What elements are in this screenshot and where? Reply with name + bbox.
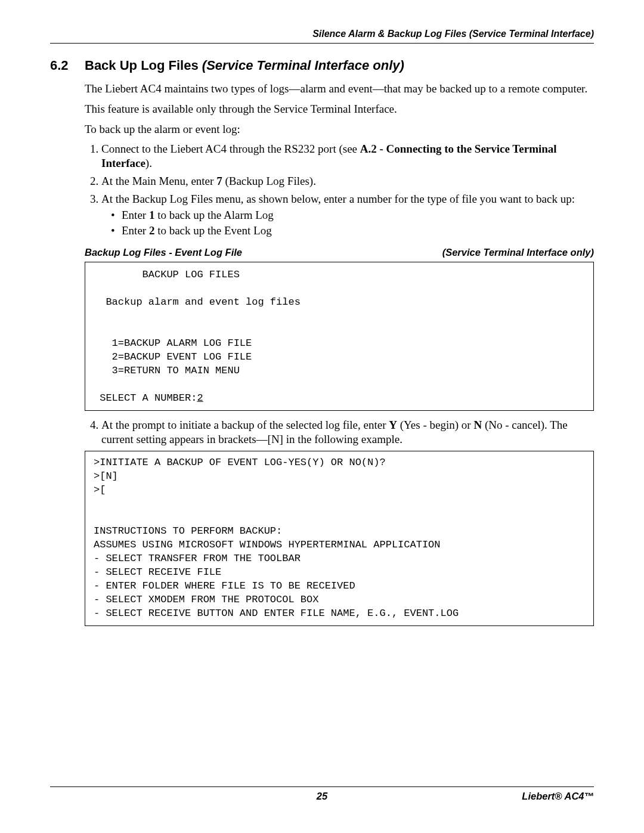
terminal-line: Backup alarm and event log files bbox=[94, 296, 301, 308]
ordered-steps: Connect to the Liebert AC4 through the R… bbox=[85, 142, 594, 238]
terminal-line: 2=BACKUP EVENT LOG FILE bbox=[94, 351, 252, 363]
terminal-line: - SELECT RECEIVE BUTTON AND ENTER FILE N… bbox=[94, 608, 459, 619]
caption-left: Backup Log Files - Event Log File bbox=[85, 246, 242, 259]
bullet-list: Enter 1 to back up the Alarm Log Enter 2… bbox=[101, 208, 594, 238]
section-number: 6.2 bbox=[50, 58, 85, 73]
bold-text: 1 bbox=[149, 209, 155, 221]
figure-caption: Backup Log Files - Event Log File (Servi… bbox=[85, 246, 594, 259]
bold-text: 2 bbox=[149, 224, 155, 237]
bold-text: 7 bbox=[216, 175, 222, 187]
terminal-output: BACKUP LOG FILES Backup alarm and event … bbox=[85, 262, 594, 410]
paragraph: This feature is available only through t… bbox=[85, 102, 594, 116]
list-item: Connect to the Liebert AC4 through the R… bbox=[101, 142, 594, 171]
terminal-line: - SELECT XMODEM FROM THE PROTOCOL BOX bbox=[94, 594, 318, 605]
text: At the Backup Log Files menu, as shown b… bbox=[101, 193, 575, 205]
text: ). bbox=[145, 157, 152, 169]
list-item: At the Backup Log Files menu, as shown b… bbox=[101, 192, 594, 238]
terminal-line: BACKUP LOG FILES bbox=[94, 269, 240, 280]
section-title-italic: (Service Terminal Interface only) bbox=[202, 58, 404, 73]
terminal-line: >INITIATE A BACKUP OF EVENT LOG-YES(Y) O… bbox=[94, 457, 386, 468]
bold-text: Y bbox=[389, 419, 397, 431]
paragraph: The Liebert AC4 maintains two types of l… bbox=[85, 82, 594, 96]
footer-rule bbox=[50, 786, 594, 787]
terminal-input-value: 2 bbox=[197, 392, 203, 404]
terminal-output: >INITIATE A BACKUP OF EVENT LOG-YES(Y) O… bbox=[85, 451, 594, 625]
list-item: At the prompt to initiate a backup of th… bbox=[101, 418, 594, 447]
text: (Yes - begin) or bbox=[397, 419, 473, 431]
text: to back up the Event Log bbox=[154, 224, 271, 237]
paragraph: To back up the alarm or event log: bbox=[85, 122, 594, 137]
text: Connect to the Liebert AC4 through the R… bbox=[101, 143, 360, 155]
caption-right: (Service Terminal Interface only) bbox=[442, 246, 594, 259]
terminal-line: >[N] bbox=[94, 470, 118, 482]
text: At the Main Menu, enter bbox=[101, 175, 216, 187]
text: Enter bbox=[122, 209, 149, 221]
terminal-line: SELECT A NUMBER: bbox=[94, 392, 197, 404]
bold-text: N bbox=[473, 419, 482, 431]
text: At the prompt to initiate a backup of th… bbox=[101, 419, 389, 431]
page-footer: 25 Liebert® AC4™ bbox=[50, 786, 594, 802]
terminal-line: 3=RETURN TO MAIN MENU bbox=[94, 365, 240, 376]
terminal-line: - SELECT TRANSFER FROM THE TOOLBAR bbox=[94, 553, 301, 564]
list-item: Enter 1 to back up the Alarm Log bbox=[122, 208, 594, 222]
footer-product: Liebert® AC4™ bbox=[522, 791, 594, 802]
terminal-line: ASSUMES USING MICROSOFT WINDOWS HYPERTER… bbox=[94, 539, 441, 550]
list-item: At the Main Menu, enter 7 (Backup Log Fi… bbox=[101, 174, 594, 188]
section-heading: 6.2 Back Up Log Files (Service Terminal … bbox=[50, 58, 594, 73]
terminal-line: 1=BACKUP ALARM LOG FILE bbox=[94, 337, 252, 349]
section-title: Back Up Log Files (Service Terminal Inte… bbox=[85, 58, 404, 73]
ordered-steps-cont: At the prompt to initiate a backup of th… bbox=[85, 418, 594, 447]
section-title-plain: Back Up Log Files bbox=[85, 58, 202, 73]
terminal-line: - ENTER FOLDER WHERE FILE IS TO BE RECEI… bbox=[94, 580, 355, 592]
text: (Backup Log Files). bbox=[222, 175, 316, 187]
list-item: Enter 2 to back up the Event Log bbox=[122, 224, 594, 238]
terminal-line: INSTRUCTIONS TO PERFORM BACKUP: bbox=[94, 525, 282, 537]
running-header: Silence Alarm & Backup Log Files (Servic… bbox=[50, 29, 594, 39]
text: Enter bbox=[122, 224, 149, 237]
document-page: Silence Alarm & Backup Log Files (Servic… bbox=[0, 0, 644, 833]
text: to back up the Alarm Log bbox=[154, 209, 273, 221]
header-rule bbox=[50, 43, 594, 44]
terminal-line: >[ bbox=[94, 484, 106, 496]
body-content: The Liebert AC4 maintains two types of l… bbox=[85, 82, 594, 626]
terminal-line: - SELECT RECEIVE FILE bbox=[94, 566, 221, 578]
